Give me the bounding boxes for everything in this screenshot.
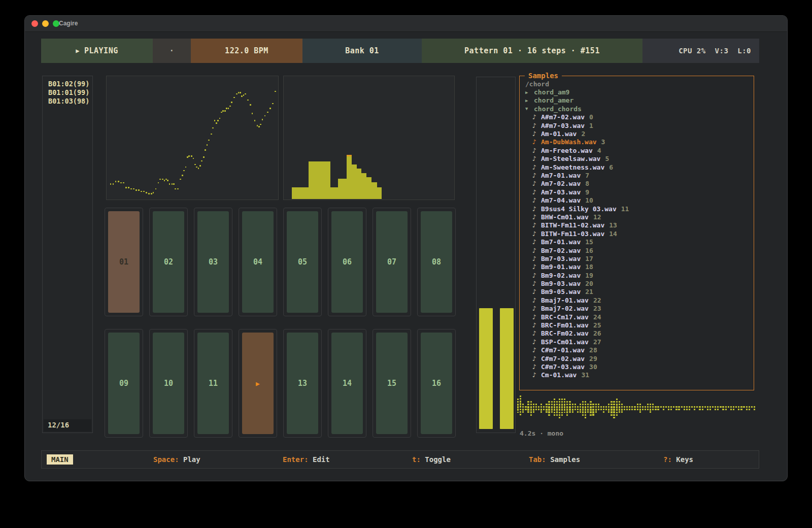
sample-file-row[interactable]: ♪Am7-01.wav7 (520, 171, 753, 179)
sample-file-name: Cm-01.wav (541, 371, 577, 379)
sample-file-row[interactable]: ♪Am7-02.wav8 (520, 180, 753, 188)
music-note-icon: ♪ (532, 147, 541, 154)
pad-03[interactable]: 03 (197, 211, 229, 313)
scatter-point (243, 94, 245, 96)
sample-file-index: 8 (585, 180, 589, 187)
sample-file-name: B9sus4 Silky 03.wav (541, 205, 617, 213)
sample-file-row[interactable]: ♪Bm9-05.wav21 (520, 288, 753, 296)
pad-15[interactable]: 15 (376, 333, 408, 434)
shortcut-hint-play: Space: Play (153, 455, 200, 464)
pad-08[interactable]: 08 (421, 211, 452, 313)
sample-file-row[interactable]: ♪BSP-Cm01.wav27 (520, 338, 753, 346)
waveform-column (580, 404, 581, 413)
waveform-column (645, 406, 646, 410)
pad-02[interactable]: 02 (153, 211, 184, 313)
sample-file-row[interactable]: ♪Am-DubWash.wav3 (520, 138, 753, 146)
scatter-point (148, 193, 150, 194)
pad-slot: 14 (328, 329, 366, 438)
pad-slot: 10 (149, 329, 188, 438)
pad-05[interactable]: 05 (287, 211, 318, 313)
waveform-column (535, 404, 537, 411)
sample-file-row[interactable]: ♪C#m7-02.wav29 (520, 354, 753, 362)
waveform-column (712, 406, 714, 408)
waveform-column (639, 404, 641, 413)
sample-file-row[interactable]: ♪Am-Freeto.wav4 (520, 146, 753, 154)
sample-file-row[interactable]: ♪C#m7-03.wav30 (520, 362, 753, 371)
sample-file-index: 3 (601, 138, 605, 146)
sample-file-row[interactable]: ♪Bm9-01.wav18 (520, 263, 753, 271)
histogram-chart (283, 76, 455, 200)
sample-file-index: 24 (593, 313, 601, 321)
pad-slot: 09 (105, 329, 143, 438)
sample-folder[interactable]: ▼chord_chords (520, 105, 753, 113)
pad-11[interactable]: 11 (197, 333, 229, 434)
minimize-icon[interactable] (42, 20, 49, 27)
pad-12[interactable]: ▶ (242, 333, 274, 434)
waveform-column (585, 401, 586, 418)
sample-file-row[interactable]: ♪A#m7-02.wav0 (520, 113, 753, 121)
sample-file-index: 0 (589, 113, 593, 121)
music-note-icon: ♪ (532, 155, 541, 162)
sample-file-row[interactable]: ♪B9sus4 Silky 03.wav11 (520, 205, 753, 213)
waveform-column (717, 406, 719, 410)
sample-file-row[interactable]: ♪BITW-Fm11-02.wav13 (520, 221, 753, 229)
sample-file-row[interactable]: ♪C#m7-01.wav28 (520, 346, 753, 354)
sample-file-row[interactable]: ♪Am7-03.wav9 (520, 188, 753, 196)
waveform-column (668, 406, 669, 410)
pad-13[interactable]: 13 (287, 333, 318, 434)
pad-16[interactable]: 16 (421, 333, 452, 434)
sample-file-row[interactable]: ♪Bm7-03.wav17 (520, 254, 753, 262)
pad-07[interactable]: 07 (376, 211, 408, 313)
scatter-point (172, 183, 173, 185)
sample-folder[interactable]: ▶chord_am9 (520, 88, 753, 96)
pad-slot: 16 (417, 329, 456, 438)
music-note-icon: ♪ (532, 138, 541, 146)
scatter-point (205, 149, 206, 151)
sample-file-row[interactable]: ♪Bm7-02.wav16 (520, 246, 753, 254)
sample-file-row[interactable]: ♪A#m7-03.wav1 (520, 121, 753, 129)
sample-file-row[interactable]: ♪BRC-Fm02.wav26 (520, 329, 753, 338)
histogram-bar (347, 155, 352, 199)
histogram-bar (338, 179, 347, 199)
pad-04[interactable]: 04 (242, 211, 274, 313)
sample-file-row[interactable]: ♪Bm9-03.wav20 (520, 279, 753, 287)
sample-file-row[interactable]: ♪Am-Sweetness.wav6 (520, 163, 753, 171)
sample-file-index: 29 (589, 355, 597, 362)
sample-folder[interactable]: ▶chord_amer (520, 96, 753, 105)
music-note-icon: ♪ (532, 221, 541, 229)
scatter-point (208, 140, 210, 141)
sample-file-index: 31 (581, 371, 589, 379)
waveform-column (720, 406, 721, 408)
pad-06[interactable]: 06 (331, 211, 363, 313)
sample-file-row[interactable]: ♪Cm-01.wav31 (520, 371, 753, 379)
sample-file-row[interactable]: ♪BITW-Fm11-03.wav14 (520, 229, 753, 238)
scatter-point (231, 102, 232, 103)
scatter-point (252, 113, 253, 114)
sample-file-row[interactable]: ♪BRC-Fm01.wav25 (520, 321, 753, 329)
sample-file-index: 23 (593, 305, 601, 312)
pad-09[interactable]: 09 (108, 333, 140, 434)
scatter-point (260, 124, 261, 125)
sample-file-row[interactable]: ♪Bmaj7-01.wav22 (520, 296, 753, 304)
sample-file-row[interactable]: ♪BRC-Cm17.wav24 (520, 313, 753, 321)
waveform-column (595, 404, 597, 413)
waveform-column (613, 401, 615, 418)
sample-file-row[interactable]: ♪BHW-Cm01.wav12 (520, 213, 753, 221)
scatter-point (224, 110, 226, 112)
music-note-icon: ♪ (532, 346, 541, 354)
music-note-icon: ♪ (532, 230, 541, 238)
sample-file-row[interactable]: ♪Am-Steelsaw.wav5 (520, 155, 753, 163)
waveform-column (631, 406, 633, 410)
sample-file-name: Am-Freeto.wav (541, 147, 593, 154)
sample-file-row[interactable]: ♪Bm9-02.wav19 (520, 271, 753, 279)
pad-01[interactable]: 01 (108, 211, 140, 313)
close-icon[interactable] (31, 20, 38, 27)
scatter-point (275, 91, 276, 92)
sample-file-row[interactable]: ♪Am7-04.wav10 (520, 196, 753, 204)
sample-file-row[interactable]: ♪Am-01.wav2 (520, 129, 753, 138)
sample-file-row[interactable]: ♪Bm7-01.wav15 (520, 238, 753, 246)
pad-10[interactable]: 10 (153, 333, 184, 434)
sample-file-row[interactable]: ♪Bmaj7-02.wav23 (520, 305, 753, 313)
pad-grid: 0102030405060708091011▶13141516 (105, 208, 456, 438)
pad-14[interactable]: 14 (331, 333, 363, 434)
